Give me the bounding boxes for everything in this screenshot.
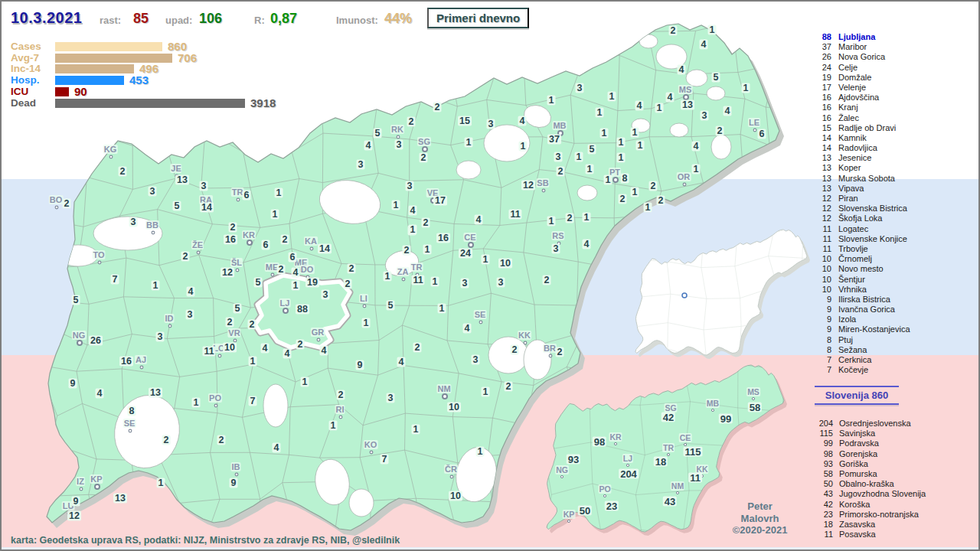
municipality-list-item: 9Ilirska Bistrica <box>812 295 910 305</box>
list-count: 9 <box>812 324 831 334</box>
bar-fill <box>55 54 172 63</box>
list-name: Šentjur <box>838 275 865 285</box>
bar-row-dead: Dead3918 <box>2 98 323 109</box>
list-count: 9 <box>812 315 831 324</box>
list-name: Velenje <box>838 83 866 93</box>
list-count: 8 <box>812 345 831 355</box>
list-count: 37 <box>812 42 831 52</box>
list-name: Ljubljana <box>838 32 875 42</box>
r-value: 0,87 <box>270 11 297 27</box>
region-list-item: 98Gorenjska <box>805 449 926 459</box>
bar-fill <box>55 42 162 51</box>
list-name: Slovenske Konjice <box>838 234 907 244</box>
list-count: 11 <box>812 244 831 254</box>
covid-dashboard: KGJEBORATRBBTOŽEKRŠLMEMEKADOLJGRIDVRLONG… <box>0 0 980 551</box>
list-count: 10 <box>812 285 831 295</box>
list-name: Izola <box>838 315 856 324</box>
list-name: Domžale <box>838 73 871 83</box>
municipality-list-item: 13Koper <box>812 163 910 173</box>
list-count: 7 <box>812 355 831 365</box>
municipality-list-item: 24Celje <box>812 63 910 73</box>
list-name: Slovenska Bistrica <box>838 204 907 214</box>
municipality-list-item: 17Velenje <box>812 83 910 93</box>
list-count: 17 <box>812 83 831 93</box>
municipality-list-item: 12Slovenska Bistrica <box>812 204 910 214</box>
bar-row-hosp: Hosp.453 <box>2 75 323 86</box>
list-name: Obalno-kraška <box>839 479 894 489</box>
list-name: Savinjska <box>839 429 875 439</box>
list-name: Vrhnika <box>838 285 867 295</box>
bar-value: 706 <box>178 52 197 64</box>
list-name: Primorsko-notranjska <box>839 510 919 520</box>
list-count: 13 <box>812 163 831 173</box>
list-name: Nova Gorica <box>838 52 885 62</box>
bar-value: 3918 <box>250 97 276 109</box>
imunost-value: 44% <box>384 11 412 27</box>
list-name: Novo mesto <box>838 264 884 274</box>
municipality-list: 88Ljubljana37Maribor26Nova Gorica24Celje… <box>812 32 910 375</box>
list-name: Kočevje <box>838 365 868 375</box>
list-count: 93 <box>805 459 833 469</box>
municipality-list-item: 9Izola <box>812 315 910 324</box>
region-list: 204Osrednjeslovenska115Savinjska99Podrav… <box>805 419 926 540</box>
region-list-item: 58Pomurska <box>805 469 926 479</box>
bar-fill <box>55 99 245 108</box>
slovenia-total-header: Slovenija 860 <box>815 386 899 405</box>
list-name: Ptuj <box>838 335 853 345</box>
municipality-list-item: 16Žalec <box>812 113 910 123</box>
list-name: Koper <box>838 163 861 173</box>
list-name: Žalec <box>838 113 859 123</box>
municipality-list-item: 10Šentjur <box>812 275 910 285</box>
list-name: Sežana <box>838 345 867 355</box>
imunost-label: Imunost: <box>336 15 378 26</box>
list-name: Goriška <box>839 459 868 469</box>
municipality-list-item: 15Radlje ob Dravi <box>812 123 910 133</box>
region-list-item: 42Koroška <box>805 500 926 510</box>
municipality-list-item: 9Ivančna Gorica <box>812 305 910 315</box>
bar-fill <box>55 87 69 96</box>
credit-line: ©2020-2021 <box>720 524 800 536</box>
bar-label: Hosp. <box>11 75 40 85</box>
region-list-item: 93Goriška <box>805 459 926 469</box>
municipality-list-item: 13Jesenice <box>812 153 910 163</box>
author-credit: PeterMalovrh©2020-2021 <box>720 500 800 536</box>
list-name: Celje <box>838 63 858 73</box>
list-count: 115 <box>805 429 833 439</box>
r-label: R: <box>254 15 265 26</box>
municipality-list-item: 14Radovljica <box>812 143 910 153</box>
municipality-list-item: 13Vipava <box>812 184 910 194</box>
list-count: 8 <box>812 335 831 345</box>
list-count: 16 <box>812 113 831 123</box>
municipality-list-item: 8Ptuj <box>812 335 910 345</box>
list-count: 16 <box>812 93 831 103</box>
municipality-list-item: 16Ajdovščina <box>812 93 910 103</box>
municipality-list-item: 9Miren-Kostanjevica <box>812 324 910 334</box>
list-name: Kranj <box>838 103 858 112</box>
list-count: 15 <box>812 123 831 133</box>
list-count: 10 <box>812 275 831 285</box>
list-name: Posavska <box>839 530 876 540</box>
bar-label: Dead <box>11 98 36 108</box>
list-name: Jugovzhodna Slovenija <box>839 489 926 499</box>
mode-button-primeri-dnevno[interactable]: Primeri dnevno <box>427 8 529 28</box>
list-count: 14 <box>812 133 831 143</box>
list-count: 11 <box>812 234 831 244</box>
list-name: Koroška <box>839 500 870 510</box>
bar-value: 90 <box>74 86 87 97</box>
list-count: 98 <box>805 449 833 459</box>
list-name: Škofja Loka <box>838 214 882 223</box>
municipality-list-item: 88Ljubljana <box>812 32 910 42</box>
list-name: Kamnik <box>838 133 867 143</box>
date-display: 10.3.2021 <box>11 9 82 27</box>
credit-line: Malovrh <box>720 513 800 525</box>
municipality-list-item: 37Maribor <box>812 42 910 52</box>
region-list-item: 115Savinjska <box>805 429 926 439</box>
list-count: 88 <box>812 32 831 42</box>
list-count: 12 <box>812 204 831 214</box>
region-list-item: 99Podravska <box>805 439 926 448</box>
attribution-text: karta: Geodetska uprava RS, podatki: NIJ… <box>11 535 400 546</box>
upad-value: 106 <box>199 11 222 27</box>
region-list-item: 43Jugovzhodna Slovenija <box>805 489 926 499</box>
list-count: 42 <box>805 500 833 510</box>
list-name: Radlje ob Dravi <box>838 123 896 133</box>
